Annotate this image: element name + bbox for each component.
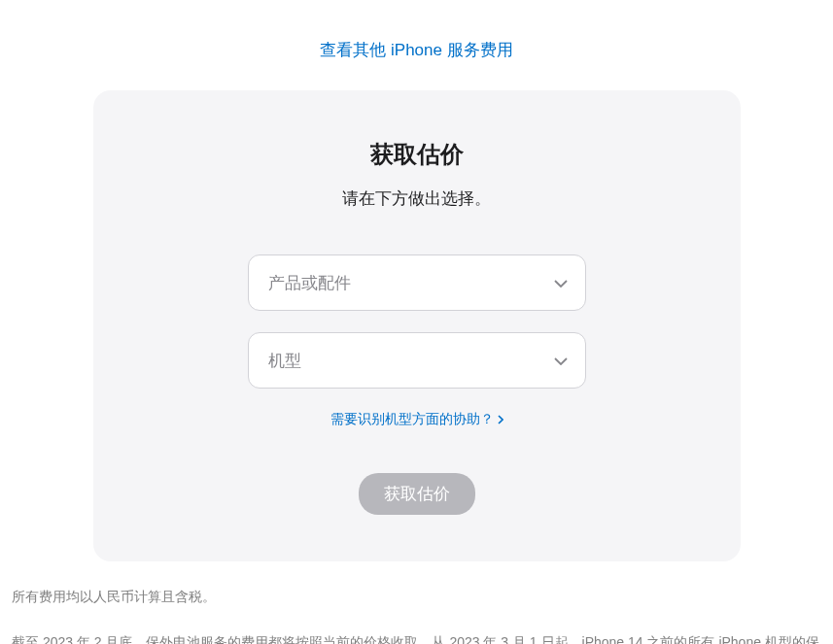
identify-model-help-link[interactable]: 需要识别机型方面的协助？ [330, 411, 503, 428]
chevron-down-icon [554, 351, 568, 370]
product-select[interactable]: 产品或配件 [248, 254, 586, 311]
estimate-card: 获取估价 请在下方做出选择。 产品或配件 机型 [93, 90, 741, 561]
help-link-label: 需要识别机型方面的协助？ [330, 411, 494, 428]
footer-price-notice: 截至 2023 年 2 月底，保外电池服务的费用都将按照当前的价格收取。从 20… [12, 629, 821, 644]
footer-tax-note: 所有费用均以人民币计算且含税。 [12, 589, 821, 606]
footer-notes: 所有费用均以人民币计算且含税。 截至 2023 年 2 月底，保外电池服务的费用… [0, 561, 833, 644]
chevron-right-icon [498, 412, 503, 427]
model-select-wrapper: 机型 [248, 332, 586, 389]
help-link-wrapper: 需要识别机型方面的协助？ [132, 410, 702, 428]
card-title: 获取估价 [132, 139, 702, 170]
product-select-placeholder: 产品或配件 [268, 272, 351, 294]
chevron-down-icon [554, 273, 568, 292]
card-subtitle: 请在下方做出选择。 [132, 187, 702, 210]
other-services-link[interactable]: 查看其他 iPhone 服务费用 [320, 41, 512, 59]
model-select-placeholder: 机型 [268, 350, 301, 372]
product-select-wrapper: 产品或配件 [248, 254, 586, 311]
model-select[interactable]: 机型 [248, 332, 586, 389]
get-estimate-button[interactable]: 获取估价 [359, 473, 475, 515]
top-link-wrapper: 查看其他 iPhone 服务费用 [0, 0, 833, 90]
footer-notice-text: 截至 2023 年 2 月底，保外电池服务的费用都将按照当前的价格收取。从 20… [12, 634, 819, 644]
